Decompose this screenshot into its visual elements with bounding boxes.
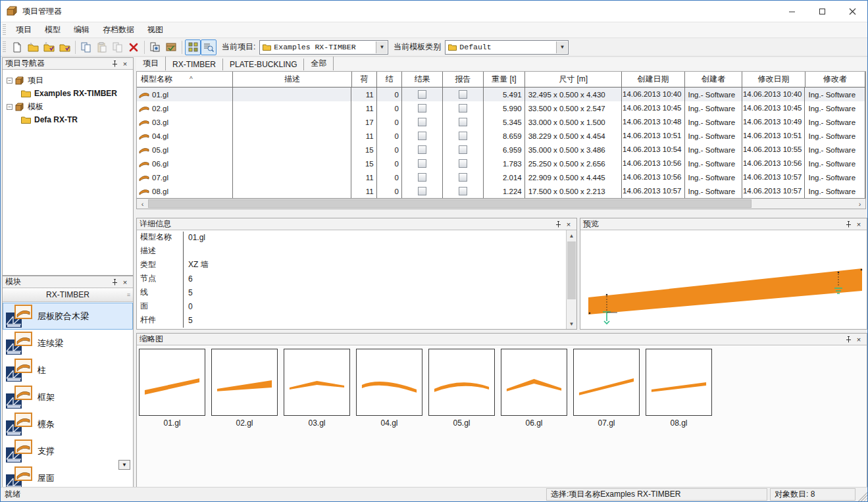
scroll-left-button[interactable]: ‹ (137, 199, 148, 209)
module-list-scroll-down-button[interactable]: ▼ (118, 460, 130, 470)
report-checkbox[interactable] (459, 104, 467, 113)
menu-item[interactable]: 模型 (38, 22, 67, 38)
results-checkbox[interactable] (418, 132, 426, 140)
table-row[interactable]: 05.gl 15 0 6.959 35.000 x 0.500 x 3.486 … (137, 143, 865, 157)
combo-dropdown-arrow[interactable]: ▼ (556, 41, 567, 53)
column-header-name[interactable]: 模型名称^ (137, 72, 233, 87)
combo-dropdown-arrow[interactable]: ▼ (376, 41, 387, 53)
current-project-combo[interactable]: Examples RX-TIMBER ▼ (259, 40, 388, 55)
thumbnail-item[interactable]: 02.gl (211, 349, 278, 428)
column-header-results[interactable]: 结果 (402, 72, 443, 87)
thumbnail-item[interactable]: 06.gl (501, 349, 567, 428)
new-project-button[interactable] (25, 39, 41, 55)
results-checkbox[interactable] (418, 187, 426, 195)
column-header-creator[interactable]: 创建者 (685, 72, 743, 87)
tree-node-template-default[interactable]: Defa RX-TR (4, 113, 132, 126)
new-model-button[interactable] (9, 39, 25, 55)
results-checkbox[interactable] (418, 90, 426, 99)
scrollbar-thumb[interactable] (567, 241, 576, 299)
thumbnail-item[interactable]: 01.gl (139, 349, 205, 428)
scroll-right-button[interactable]: › (854, 199, 865, 209)
delete-button[interactable] (126, 39, 141, 55)
column-header-combinations[interactable]: 结 (377, 72, 402, 87)
table-horizontal-scrollbar[interactable]: ‹ › (136, 198, 866, 209)
module-item[interactable]: 屋面 (3, 464, 133, 487)
thumbnail-item[interactable]: 03.gl (284, 349, 350, 428)
module-item[interactable]: 支撑 (3, 438, 133, 464)
thumbnail-item[interactable]: 04.gl (356, 349, 422, 428)
thumbnail-item[interactable]: 08.gl (646, 349, 712, 428)
report-checkbox[interactable] (459, 159, 467, 168)
column-header-weight[interactable]: 重量 [t] (484, 72, 525, 87)
open-model-button[interactable] (57, 39, 72, 55)
menu-item[interactable]: 项目 (9, 22, 38, 38)
collapse-icon[interactable]: − (7, 104, 13, 110)
import-button[interactable] (147, 39, 163, 55)
column-header-size[interactable]: 尺寸 [m] (525, 72, 623, 87)
paste-button[interactable] (94, 39, 110, 55)
minimize-button[interactable] (777, 1, 807, 22)
scroll-down-button[interactable]: ▼ (567, 318, 576, 329)
scroll-up-button[interactable]: ▲ (567, 230, 576, 241)
results-checkbox[interactable] (418, 159, 426, 168)
thumbnail-item[interactable]: 05.gl (428, 349, 495, 428)
report-checkbox[interactable] (459, 173, 467, 182)
column-header-desc[interactable]: 描述 (233, 72, 352, 87)
tab-all[interactable]: 全部 (304, 57, 334, 70)
report-checkbox[interactable] (459, 145, 467, 154)
module-item[interactable]: 柱 (3, 357, 133, 384)
table-row[interactable]: 02.gl 11 0 5.990 33.500 x 0.500 x 2.547 … (137, 101, 865, 115)
report-checkbox[interactable] (459, 90, 467, 99)
column-header-report[interactable]: 报告 (443, 72, 484, 87)
tree-node-projects[interactable]: − 项目 (4, 74, 132, 87)
maximize-button[interactable] (807, 1, 837, 22)
archive-button[interactable] (163, 39, 179, 55)
results-checkbox[interactable] (418, 104, 426, 113)
table-row[interactable]: 03.gl 17 0 5.345 33.000 x 0.500 x 1.500 … (137, 115, 865, 129)
close-button[interactable] (837, 1, 867, 22)
pin-icon[interactable] (109, 278, 120, 287)
pin-icon[interactable] (843, 220, 854, 229)
table-row[interactable]: 06.gl 15 0 1.783 25.250 x 0.500 x 2.656 … (137, 157, 865, 170)
table-row[interactable]: 04.gl 11 0 8.659 38.229 x 0.500 x 4.454 … (137, 129, 865, 143)
thumbnail-item[interactable]: 07.gl (573, 349, 640, 428)
report-checkbox[interactable] (459, 132, 467, 140)
pin-icon[interactable] (553, 220, 563, 229)
thumbnail-view-toggle[interactable] (185, 39, 201, 55)
details-view-toggle[interactable] (201, 39, 217, 55)
column-header-created[interactable]: 创建日期 (622, 72, 684, 87)
close-icon[interactable]: × (854, 220, 864, 229)
table-row[interactable]: 08.gl 11 0 1.224 17.500 x 0.500 x 2.213 … (137, 184, 865, 198)
column-header-loadcases[interactable]: 荷 (352, 72, 377, 87)
table-row[interactable]: 01.gl 11 0 5.491 32.495 x 0.500 x 4.430 … (137, 88, 865, 101)
close-icon[interactable]: × (120, 59, 130, 68)
tree-node-templates[interactable]: − 模板 (4, 100, 132, 113)
tree-node-project-examples[interactable]: Examples RX-TIMBER (4, 87, 132, 100)
column-header-modified[interactable]: 修改日期 (742, 72, 805, 87)
results-checkbox[interactable] (418, 173, 426, 182)
menu-item[interactable]: 存档数据 (96, 22, 141, 38)
results-checkbox[interactable] (418, 118, 426, 126)
module-item[interactable]: 框架 (3, 384, 133, 411)
close-icon[interactable]: × (120, 278, 130, 287)
menu-item[interactable]: 视图 (141, 22, 170, 38)
menu-grip[interactable] (3, 24, 6, 36)
report-checkbox[interactable] (459, 118, 467, 126)
copy-button[interactable] (78, 39, 94, 55)
column-header-modifier[interactable]: 修改者 (805, 72, 865, 87)
close-icon[interactable]: × (563, 220, 574, 229)
tab-rx-timber[interactable]: RX-TIMBER (166, 59, 223, 70)
copy-to-button[interactable] (110, 39, 126, 55)
details-vertical-scrollbar[interactable]: ▲ ▼ (566, 230, 576, 329)
resize-grip[interactable] (857, 488, 867, 501)
pin-icon[interactable] (843, 335, 854, 344)
pin-icon[interactable] (109, 59, 120, 68)
close-icon[interactable]: × (854, 335, 864, 344)
menu-item[interactable]: 编辑 (67, 22, 96, 38)
module-item[interactable]: 层板胶合木梁 (3, 303, 133, 330)
scrollbar-thumb[interactable] (148, 199, 752, 208)
tab-plate-buckling[interactable]: PLATE-BUCKLING (223, 59, 304, 70)
module-item[interactable]: 连续梁 (3, 330, 133, 357)
table-row[interactable]: 07.gl 11 0 2.014 22.909 x 0.500 x 4.445 … (137, 170, 865, 184)
new-model-in-project-button[interactable] (41, 39, 57, 55)
